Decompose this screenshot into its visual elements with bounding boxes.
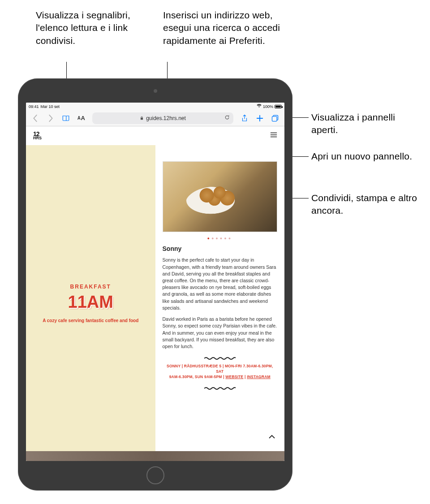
article: Sonny Sonny is the perfect cafe to start… xyxy=(163,244,278,350)
breakfast-kicker: BREAKFAST xyxy=(70,284,111,290)
article-paragraph: Sonny is the perfect cafe to start your … xyxy=(163,257,278,311)
lock-icon xyxy=(140,115,144,121)
headline-time: 11AM xyxy=(68,293,113,312)
subhead: A cozy cafe serving fantastic coffee and… xyxy=(43,318,138,323)
website-link[interactable]: WEBSITE xyxy=(225,375,243,379)
venue-info: SONNY | RÅDHUSSTRÆDE 5 | MON-FRI 7.30AM-… xyxy=(163,364,278,380)
carousel-dots[interactable]: ●●●●●● xyxy=(163,236,278,241)
article-title: Sonny xyxy=(163,244,278,253)
site-header: 12 HRS xyxy=(26,126,284,145)
callout-share: Condividi, stampa e altro ancora. xyxy=(311,192,423,217)
site-logo[interactable]: 12 HRS xyxy=(33,132,42,139)
tabs-button[interactable] xyxy=(268,112,282,125)
battery-percent: 100% xyxy=(263,104,273,109)
right-panel: ●●●●●● Sonny Sonny is the perfect cafe t… xyxy=(155,145,285,461)
hamburger-menu-icon[interactable] xyxy=(270,131,277,140)
address-url: guides.12hrs.net xyxy=(146,115,186,121)
bookmarks-button[interactable] xyxy=(59,112,73,125)
status-date: Mar 10 set xyxy=(41,104,60,109)
forward-button[interactable] xyxy=(44,112,57,125)
callout-bookmarks: Visualizza i segnalibri, l'elenco lettur… xyxy=(36,9,139,47)
share-button[interactable] xyxy=(238,112,251,125)
callout-newtab: Apri un nuovo pannello. xyxy=(311,150,423,163)
web-content: 12 HRS BREAKFAST 11AM A cozy cafe servin… xyxy=(26,126,284,461)
svg-rect-1 xyxy=(272,116,277,121)
safari-toolbar: AA guides.12hrs.net xyxy=(26,110,284,126)
ipad-device-frame: 09:41 Mar 10 set 100% AA xyxy=(18,78,292,491)
address-bar[interactable]: guides.12hrs.net xyxy=(92,112,233,124)
croissants-photo xyxy=(163,161,278,232)
screen: 09:41 Mar 10 set 100% AA xyxy=(26,103,284,461)
scroll-to-top-icon[interactable] xyxy=(268,433,275,442)
front-camera xyxy=(154,89,157,93)
next-section-peek xyxy=(26,451,284,461)
wifi-icon xyxy=(257,104,262,109)
divider-squiggle xyxy=(163,385,278,392)
new-tab-button[interactable] xyxy=(253,112,267,125)
status-bar: 09:41 Mar 10 set 100% xyxy=(26,103,284,110)
back-button[interactable] xyxy=(29,112,42,125)
left-panel: BREAKFAST 11AM A cozy cafe serving fanta… xyxy=(26,145,155,461)
battery-icon xyxy=(275,105,282,108)
status-time: 09:41 xyxy=(29,104,39,109)
callout-tabs: Visualizza i pannelli aperti. xyxy=(311,111,423,137)
article-paragraph: David worked in Paris as a barista befor… xyxy=(163,316,278,350)
divider-squiggle xyxy=(163,355,278,362)
refresh-icon[interactable] xyxy=(224,115,230,121)
callout-address: Inserisci un indirizzo web, esegui una r… xyxy=(163,9,288,47)
home-button[interactable] xyxy=(146,466,164,484)
instagram-link[interactable]: INSTAGRAM xyxy=(247,375,271,379)
reader-text-size-button[interactable]: AA xyxy=(74,112,88,125)
